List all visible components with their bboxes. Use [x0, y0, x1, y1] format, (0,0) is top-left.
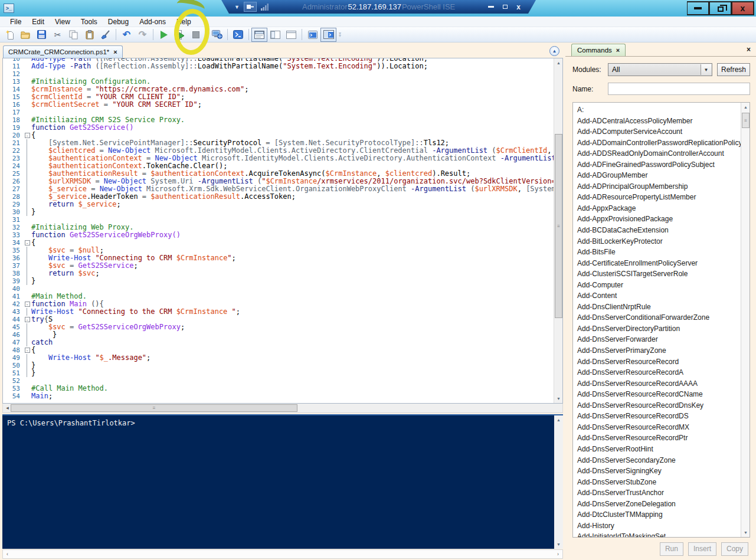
code-line[interactable]: 46 } — [3, 331, 554, 339]
command-list-item[interactable]: Add-ADPrincipalGroupMembership — [577, 181, 741, 192]
command-list-item[interactable]: Add-DnsServerDirectoryPartition — [577, 323, 741, 335]
scroll-up-arrow[interactable]: ▲ — [741, 103, 750, 112]
open-script-button[interactable] — [18, 28, 34, 42]
show-command-window-button[interactable] — [305, 28, 320, 42]
fold-toggle-icon[interactable]: - — [23, 346, 31, 354]
console-vertical-scrollbar[interactable]: ▲ ▼ — [554, 415, 563, 549]
command-list-item[interactable]: Add-ADDomainControllerPasswordReplicatio… — [577, 137, 741, 149]
code-line[interactable]: 39} — [3, 277, 554, 285]
command-list-item[interactable]: A: — [577, 104, 741, 116]
commands-vertical-scrollbar[interactable]: ▲ ≡ ▼ — [741, 103, 750, 537]
dropdown-arrow-icon[interactable]: ▼ — [701, 64, 711, 75]
command-list-item[interactable]: Add-DnsServerForwarder — [577, 334, 741, 345]
run-script-button[interactable] — [156, 28, 172, 42]
code-line[interactable]: 54Main; — [3, 392, 554, 400]
command-list-item[interactable]: Add-DnsServerStubZone — [577, 477, 741, 488]
code-line[interactable]: 38 return $svc; — [3, 270, 554, 277]
code-line[interactable]: 45 $svc = GetS2SServiceOrgWebProxy; — [3, 323, 554, 331]
new-script-button[interactable] — [2, 28, 18, 42]
code-line[interactable]: 16$crmClientSecret = "YOUR CRM SECRET ID… — [3, 101, 554, 109]
script-editor[interactable]: 10Add-Type -Path ([Reflection.Assembly]:… — [2, 58, 563, 404]
menu-file[interactable]: File — [5, 17, 27, 27]
code-line[interactable]: 11Add-Type -Path ([Reflection.Assembly]:… — [3, 63, 554, 70]
menu-view[interactable]: View — [50, 17, 76, 27]
show-script-pane-top-button[interactable] — [251, 28, 267, 42]
command-list-item[interactable]: Add-Computer — [577, 280, 741, 291]
cut-button[interactable]: ✂ — [50, 28, 66, 42]
collapse-script-pane-button[interactable]: ▲ — [549, 46, 559, 56]
modules-dropdown[interactable]: All ▼ — [608, 63, 712, 76]
clear-console-pane-button[interactable] — [97, 28, 113, 42]
code-line[interactable]: 29 return $_service; — [3, 201, 554, 208]
command-list-item[interactable]: Add-BCDataCacheExtension — [577, 225, 741, 236]
rdp-close-button[interactable]: x — [516, 4, 521, 11]
command-list-item[interactable]: Add-DnsServerResourceRecordAAAA — [577, 378, 741, 389]
window-restore-button[interactable] — [709, 1, 732, 15]
fold-toggle-icon[interactable]: - — [23, 316, 31, 323]
editor-horizontal-scrollbar[interactable]: ◂ ≡ — [2, 404, 563, 413]
command-list-item[interactable]: Add-DnsServerConditionalForwarderZone — [577, 312, 741, 323]
command-list-item[interactable]: Add-DnsServerSigningKey — [577, 466, 741, 477]
commands-tab[interactable]: Commands × — [571, 44, 626, 56]
window-close-button[interactable]: x — [732, 1, 754, 15]
scroll-down-arrow[interactable]: ▼ — [554, 540, 563, 549]
fold-toggle-icon[interactable]: - — [23, 132, 31, 139]
stop-button[interactable] — [188, 28, 204, 42]
command-list-item[interactable]: Add-Content — [577, 290, 741, 302]
command-list-item[interactable]: Add-ADCentralAccessPolicyMember — [577, 116, 741, 127]
menu-tools[interactable]: Tools — [76, 17, 103, 27]
command-list-item[interactable]: Add-DnsServerResourceRecordA — [577, 367, 741, 378]
code-line[interactable]: 47catch — [3, 339, 554, 346]
console-pane[interactable]: PS C:\Users\PrashantTirlotkar> ▲ ▼ — [2, 414, 563, 549]
scroll-right-arrow[interactable]: › — [554, 550, 562, 558]
command-list-item[interactable]: Add-AppxProvisionedPackage — [577, 214, 741, 225]
menu-debug[interactable]: Debug — [103, 17, 134, 27]
refresh-button[interactable]: Refresh — [717, 63, 750, 76]
code-line[interactable]: 51} — [3, 369, 554, 377]
command-list-item[interactable]: Add-DnsServerResourceRecordMX — [577, 422, 741, 433]
show-script-pane-right-button[interactable] — [267, 28, 283, 42]
name-input[interactable] — [608, 83, 750, 95]
command-list-item[interactable]: Add-CertificateEnrollmentPolicyServer — [577, 258, 741, 269]
rdp-restore-button[interactable] — [503, 5, 508, 9]
scroll-left-arrow[interactable]: ‹ — [3, 550, 12, 558]
new-remote-powershell-tab-button[interactable] — [209, 28, 225, 42]
tab-close-icon[interactable]: × — [616, 47, 620, 54]
command-list-item[interactable]: Add-ADFineGrainedPasswordPolicySubject — [577, 159, 741, 171]
copy-button[interactable] — [66, 28, 81, 42]
console-horizontal-scrollbar[interactable]: ‹ › — [2, 549, 563, 559]
console-prompt[interactable]: PS C:\Users\PrashantTirlotkar> — [2, 415, 554, 549]
copy-button[interactable]: Copy — [721, 542, 748, 556]
window-minimize-button[interactable] — [687, 1, 709, 15]
redo-button[interactable]: ↷ — [135, 28, 150, 42]
command-list-item[interactable]: Add-DnsServerZoneDelegation — [577, 499, 741, 510]
editor-vscroll-thumb[interactable]: ≡ — [555, 134, 562, 318]
scroll-up-arrow[interactable]: ▲ — [554, 415, 563, 424]
menu-edit[interactable]: Edit — [27, 17, 50, 27]
show-command-addon-button[interactable] — [320, 28, 336, 42]
start-powershell-button[interactable] — [230, 28, 246, 42]
command-list-item[interactable]: Add-DnsServerResourceRecordDS — [577, 411, 741, 422]
command-list-item[interactable]: Add-DnsServerRootHint — [577, 444, 741, 455]
paste-button[interactable] — [81, 28, 97, 42]
menu-help[interactable]: Help — [171, 17, 197, 27]
tab-close-icon[interactable]: × — [113, 48, 117, 55]
command-list-item[interactable]: Add-DnsServerResourceRecordPtr — [577, 433, 741, 444]
undo-button[interactable]: ↶ — [119, 28, 135, 42]
fold-toggle-icon[interactable]: - — [23, 300, 31, 308]
command-list-item[interactable]: Add-DtcClusterTMMapping — [577, 509, 741, 520]
command-list-item[interactable]: Add-DnsClientNrptRule — [577, 302, 741, 313]
command-list-item[interactable]: Add-DnsServerPrimaryZone — [577, 345, 741, 356]
run-selection-button[interactable] — [172, 28, 188, 42]
save-button[interactable] — [34, 28, 50, 42]
command-list-item[interactable]: Add-ClusteriSCSITargetServerRole — [577, 268, 741, 280]
rdp-minimize-button[interactable] — [488, 6, 494, 8]
command-list-item[interactable]: Add-ADComputerServiceAccount — [577, 126, 741, 137]
insert-button[interactable]: Insert — [688, 542, 716, 556]
editor-hscroll-thumb[interactable]: ≡ — [11, 404, 297, 412]
pin-icon[interactable] — [244, 2, 257, 12]
code-line[interactable]: 50} — [3, 362, 554, 369]
code-line[interactable]: 49 Write-Host "$_.Message"; — [3, 354, 554, 362]
scroll-down-arrow[interactable]: ▼ — [741, 528, 750, 537]
editor-tab[interactable]: CRMCrate_CRMConnection.ps1* × — [3, 45, 123, 58]
